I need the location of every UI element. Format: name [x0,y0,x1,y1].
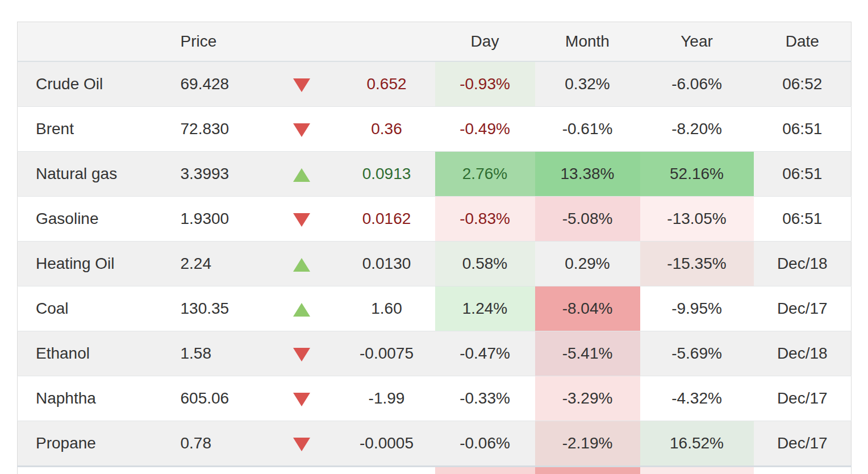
month-percent: -2.19% [535,421,640,467]
change-value: 0.36 [339,107,435,152]
down-arrow-icon [293,78,310,92]
date-value: 06:51 [754,152,852,197]
day-percent: 0.58% [435,242,535,286]
commodity-name-link[interactable]: Naphtha [18,376,171,421]
header-arrow [265,22,339,62]
price-value: 69.428 [171,61,265,107]
down-arrow-icon [293,393,310,406]
month-percent [535,467,640,474]
commodity-name-link[interactable]: Propane [18,421,171,467]
table-row[interactable]: Propane 0.78 -0.0005 -0.06% -2.19% 16.52… [18,421,852,467]
down-arrow-icon [293,123,310,137]
month-percent: -8.04% [535,286,640,331]
month-percent: -0.61% [535,107,640,152]
down-arrow-icon [293,438,310,451]
down-arrow-icon [293,213,310,227]
price-value [171,467,265,474]
table-row[interactable]: Heating Oil 2.24 0.0130 0.58% 0.29% -15.… [18,242,852,286]
commodity-name-link[interactable]: Natural gas [18,152,171,197]
change-value: 1.60 [339,286,435,331]
change-value: 0.0162 [339,197,435,242]
table-row[interactable]: Gasoline 1.9300 0.0162 -0.83% -5.08% -13… [18,197,852,242]
price-value: 1.58 [171,331,265,376]
header-year: Year [640,22,754,62]
commodity-name-link[interactable]: Ethanol [18,331,171,376]
year-percent: -15.35% [640,242,754,286]
change-value: -1.99 [339,376,435,421]
month-percent: -5.08% [535,197,640,242]
commodity-name-link[interactable]: Coal [18,286,171,331]
table-row[interactable]: Crude Oil 69.428 0.652 -0.93% 0.32% -6.0… [18,61,852,107]
down-arrow-icon [293,348,310,361]
day-percent [435,467,535,474]
commodity-name-link[interactable]: Brent [18,107,171,152]
day-percent: -0.49% [435,107,535,152]
year-percent: -8.20% [640,107,754,152]
table-row[interactable]: Brent 72.830 0.36 -0.49% -0.61% -8.20% 0… [18,107,852,152]
direction-cell [265,197,339,242]
price-value: 3.3993 [171,152,265,197]
year-percent: 16.52% [640,421,754,467]
commodities-table-container: Price Day Month Year Date Crude Oil 69.4… [17,22,851,474]
price-value: 0.78 [171,421,265,467]
direction-cell [265,467,339,474]
commodity-name-link[interactable]: Crude Oil [18,61,171,107]
table-row-partial[interactable] [18,467,852,474]
commodity-name-link[interactable]: Heating Oil [18,242,171,286]
price-value: 605.06 [171,376,265,421]
date-value: Dec/18 [754,242,852,286]
header-day: Day [435,22,535,62]
month-percent: 0.29% [535,242,640,286]
year-percent: -6.06% [640,61,754,107]
change-value: -0.0005 [339,421,435,467]
direction-cell [265,242,339,286]
change-value: 0.0913 [339,152,435,197]
year-percent: -4.32% [640,376,754,421]
table-row[interactable]: Ethanol 1.58 -0.0075 -0.47% -5.41% -5.69… [18,331,852,376]
direction-cell [265,107,339,152]
month-percent: 13.38% [535,152,640,197]
direction-cell [265,286,339,331]
up-arrow-icon [293,303,310,317]
year-percent [640,467,754,474]
change-value: -0.0075 [339,331,435,376]
table-row[interactable]: Natural gas 3.3993 0.0913 2.76% 13.38% 5… [18,152,852,197]
day-percent: 2.76% [435,152,535,197]
date-value: Dec/17 [754,421,852,467]
date-value: 06:51 [754,107,852,152]
price-value: 1.9300 [171,197,265,242]
table-header-row: Price Day Month Year Date [18,22,852,62]
year-percent: 52.16% [640,152,754,197]
table-row[interactable]: Naphtha 605.06 -1.99 -0.33% -3.29% -4.32… [18,376,852,421]
day-percent: -0.06% [435,421,535,467]
price-value: 72.830 [171,107,265,152]
date-value: Dec/17 [754,376,852,421]
month-percent: 0.32% [535,61,640,107]
date-value [754,467,852,474]
direction-cell [265,421,339,467]
day-percent: 1.24% [435,286,535,331]
year-percent: -13.05% [640,197,754,242]
up-arrow-icon [293,168,310,182]
change-value [339,467,435,474]
commodity-name-link[interactable] [18,467,171,474]
up-arrow-icon [293,258,310,272]
header-name [18,22,171,62]
header-price: Price [171,22,265,62]
table-row[interactable]: Coal 130.35 1.60 1.24% -8.04% -9.95% Dec… [18,286,852,331]
direction-cell [265,331,339,376]
price-value: 130.35 [171,286,265,331]
year-percent: -9.95% [640,286,754,331]
header-change [339,22,435,62]
direction-cell [265,376,339,421]
commodities-table: Price Day Month Year Date Crude Oil 69.4… [17,22,852,474]
commodity-name-link[interactable]: Gasoline [18,197,171,242]
change-value: 0.0130 [339,242,435,286]
day-percent: -0.47% [435,331,535,376]
month-percent: -3.29% [535,376,640,421]
price-value: 2.24 [171,242,265,286]
month-percent: -5.41% [535,331,640,376]
year-percent: -5.69% [640,331,754,376]
day-percent: -0.93% [435,61,535,107]
day-percent: -0.83% [435,197,535,242]
